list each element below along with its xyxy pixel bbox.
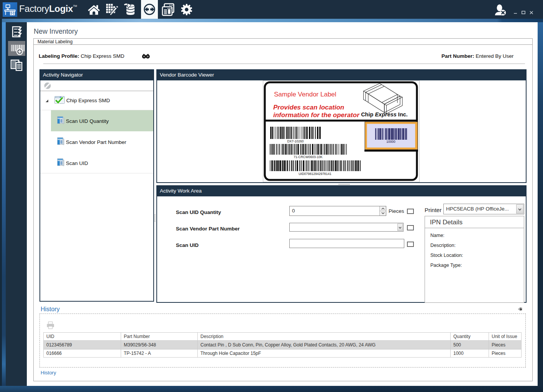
svg-text:71-CRCW0603-10K: 71-CRCW0603-10K [294, 155, 323, 159]
svg-text:Chip Express Inc.: Chip Express Inc. [361, 111, 408, 118]
svg-text:information for the operator: information for the operator [273, 111, 360, 119]
svg-text:UID079812942978141: UID079812942978141 [299, 172, 331, 176]
svg-text:Provides scan location: Provides scan location [273, 104, 344, 111]
svg-text:DX7-10260: DX7-10260 [287, 139, 303, 143]
svg-text:Sample Vendor Label: Sample Vendor Label [274, 91, 336, 98]
svg-text:10000: 10000 [386, 140, 395, 144]
